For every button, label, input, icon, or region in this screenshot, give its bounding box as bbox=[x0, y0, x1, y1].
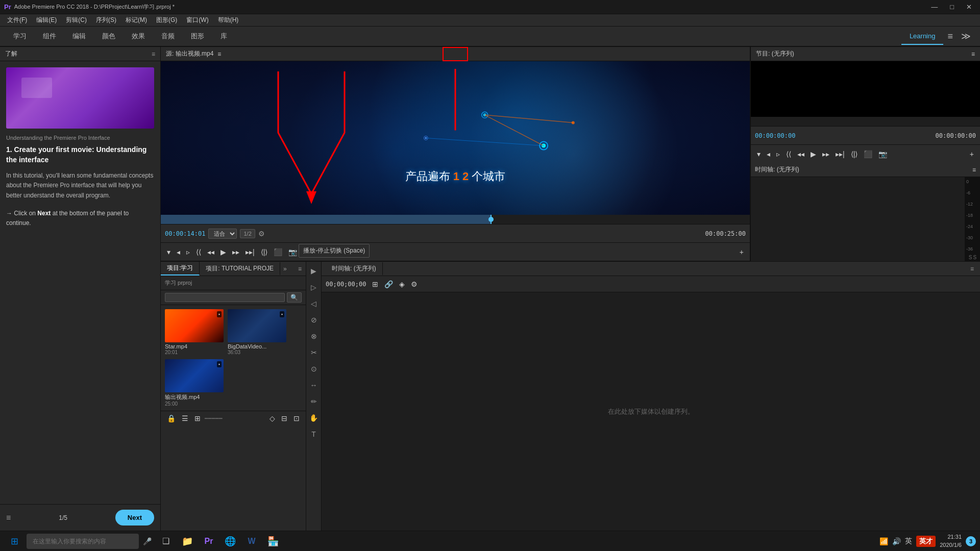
tool-razor[interactable]: ✂ bbox=[307, 345, 321, 360]
program-play-button[interactable]: ▶ bbox=[808, 149, 818, 159]
source-export-frame[interactable]: 📷 bbox=[286, 247, 299, 257]
source-mark-out[interactable]: ◂ bbox=[175, 247, 182, 257]
tool-rolling[interactable]: ⊘ bbox=[307, 313, 321, 327]
tool-type[interactable]: T bbox=[307, 427, 321, 441]
tool-slip[interactable]: ⊙ bbox=[307, 362, 321, 376]
nav-graphics[interactable]: 图形 bbox=[183, 28, 212, 45]
tool-select[interactable]: ▶ bbox=[307, 264, 321, 278]
program-go-out[interactable]: ▸▸| bbox=[834, 149, 847, 159]
source-go-out[interactable]: ▸▸| bbox=[243, 247, 257, 257]
project-automate[interactable]: ◇ bbox=[267, 413, 277, 423]
timeline-snap[interactable]: ⊞ bbox=[370, 279, 380, 289]
taskbar-search-input[interactable] bbox=[27, 534, 139, 549]
source-fit-select[interactable]: 适合 bbox=[208, 229, 237, 239]
taskbar-explorer[interactable]: 📁 bbox=[177, 532, 198, 550]
program-extract[interactable]: ⬛ bbox=[862, 149, 874, 159]
tool-pen[interactable]: ✏ bbox=[307, 394, 321, 409]
program-mark-clip[interactable]: ▹ bbox=[774, 149, 782, 159]
taskbar-language-icon[interactable]: 英 bbox=[905, 537, 912, 546]
microphone-icon[interactable]: 🎤 bbox=[143, 537, 152, 545]
source-go-in[interactable]: ⟨⟨ bbox=[194, 247, 203, 257]
source-step-forward[interactable]: ▸▸ bbox=[230, 247, 241, 257]
nav-extend-icon[interactable]: ≫ bbox=[957, 29, 975, 44]
menu-help[interactable]: 帮助(H) bbox=[214, 15, 243, 26]
project-tab-tutorial[interactable]: 项目: TUTORIAL PROJE bbox=[200, 262, 280, 275]
source-ratio[interactable]: 1/2 bbox=[240, 229, 255, 238]
timeline-linked[interactable]: 🔗 bbox=[382, 279, 395, 289]
project-tab-learn[interactable]: 项目:学习 bbox=[161, 262, 200, 276]
menu-file[interactable]: 文件(F) bbox=[3, 15, 31, 26]
program-mark-out[interactable]: ◂ bbox=[765, 149, 772, 159]
nav-library[interactable]: 库 bbox=[212, 28, 235, 45]
program-timeline-menu[interactable]: ≡ bbox=[972, 166, 976, 173]
close-button[interactable]: ✕ bbox=[962, 2, 976, 12]
source-settings-icon[interactable]: ⚙ bbox=[258, 230, 265, 238]
source-mark-clip[interactable]: ▹ bbox=[184, 247, 192, 257]
program-monitor-menu[interactable]: ≡ bbox=[971, 51, 975, 58]
program-export-frame[interactable]: 📷 bbox=[876, 149, 889, 159]
program-mark-in[interactable]: ▾ bbox=[755, 149, 763, 159]
program-timeline-scrubber[interactable] bbox=[751, 117, 980, 126]
timeline-settings[interactable]: ⚙ bbox=[409, 279, 420, 289]
notification-badge[interactable]: 3 bbox=[966, 536, 976, 546]
project-lock-btn[interactable]: 🔒 bbox=[165, 413, 178, 423]
tool-rate-stretch[interactable]: ⊗ bbox=[307, 329, 321, 343]
nav-effects[interactable]: 效果 bbox=[124, 28, 153, 45]
taskbar-premiere[interactable]: Pr bbox=[199, 532, 219, 550]
program-add[interactable]: + bbox=[968, 149, 976, 159]
next-button[interactable]: Next bbox=[115, 510, 154, 525]
menu-window[interactable]: 窗口(W) bbox=[182, 15, 212, 26]
project-list-view[interactable]: ☰ bbox=[180, 413, 190, 423]
project-search-button[interactable]: 🔍 bbox=[287, 292, 302, 303]
project-extend-icon[interactable]: » bbox=[280, 263, 290, 274]
nav-color[interactable]: 颜色 bbox=[94, 28, 124, 45]
tool-slide[interactable]: ↔ bbox=[307, 378, 321, 392]
tool-ripple[interactable]: ◁ bbox=[307, 296, 321, 311]
taskbar-word[interactable]: W bbox=[241, 532, 262, 550]
program-go-in[interactable]: ⟨⟨ bbox=[784, 149, 793, 159]
project-find[interactable]: ⊟ bbox=[279, 413, 289, 423]
timeline-menu-icon[interactable]: ≡ bbox=[968, 263, 976, 274]
program-lift[interactable]: ⟨|⟩ bbox=[849, 149, 860, 159]
source-timeline-scrubber[interactable] bbox=[161, 215, 750, 224]
project-item-output[interactable]: ▪ 输出视频.mp4 25:00 bbox=[165, 359, 224, 407]
taskbar-task-view[interactable]: ❑ bbox=[156, 532, 176, 550]
project-grid-view[interactable]: ⊞ bbox=[192, 413, 203, 423]
nav-learning-active[interactable]: Learning bbox=[901, 28, 944, 45]
nav-components[interactable]: 组件 bbox=[35, 28, 64, 45]
source-mark-in[interactable]: ▾ bbox=[165, 247, 173, 257]
project-menu-icon[interactable]: ≡ bbox=[294, 263, 306, 274]
minimize-button[interactable]: — bbox=[927, 2, 942, 12]
tool-hand[interactable]: ✋ bbox=[307, 411, 321, 425]
source-play-button[interactable]: ▶ bbox=[218, 247, 228, 257]
program-step-back[interactable]: ◂◂ bbox=[795, 149, 806, 159]
footer-menu-icon[interactable]: ≡ bbox=[6, 513, 11, 522]
nav-learn[interactable]: 学习 bbox=[5, 28, 35, 45]
learn-panel-menu-icon[interactable]: ≡ bbox=[152, 51, 155, 58]
nav-edit[interactable]: 编辑 bbox=[64, 28, 94, 45]
menu-graphics[interactable]: 图形(G) bbox=[152, 15, 181, 26]
project-item-star[interactable]: ▪ Star.mp4 20:01 bbox=[165, 309, 224, 355]
source-step-back[interactable]: ◂◂ bbox=[205, 247, 216, 257]
menu-sequence[interactable]: 序列(S) bbox=[92, 15, 120, 26]
taskbar-chrome[interactable]: 🌐 bbox=[220, 532, 240, 550]
timeline-tab-main[interactable]: 时间轴: (无序列) bbox=[326, 262, 383, 275]
project-item-bigdata[interactable]: ▪ BigDataVideo... 36:03 bbox=[228, 309, 286, 355]
source-insert[interactable]: ⟨|⟩ bbox=[259, 247, 270, 257]
taskbar-store[interactable]: 🏪 bbox=[263, 532, 283, 550]
nav-more-icon[interactable]: ≡ bbox=[943, 29, 957, 44]
project-search-input[interactable] bbox=[165, 293, 285, 302]
taskbar-volume-icon[interactable]: 🔊 bbox=[892, 537, 901, 545]
taskbar-start-button[interactable]: ⊞ bbox=[4, 532, 24, 550]
program-step-forward[interactable]: ▸▸ bbox=[820, 149, 831, 159]
taskbar-network-icon[interactable]: 📶 bbox=[879, 537, 888, 545]
project-new-bin[interactable]: ⊡ bbox=[291, 413, 302, 423]
menu-clip[interactable]: 剪辑(C) bbox=[62, 15, 91, 26]
source-monitor-menu[interactable]: ≡ bbox=[217, 51, 221, 58]
menu-marker[interactable]: 标记(M) bbox=[121, 15, 151, 26]
source-add[interactable]: + bbox=[738, 247, 746, 257]
source-overwrite[interactable]: ⬛ bbox=[272, 247, 284, 257]
tool-track-select[interactable]: ▷ bbox=[307, 280, 321, 294]
yingcai-icon[interactable]: 英才 bbox=[916, 536, 936, 547]
maximize-button[interactable]: □ bbox=[946, 2, 958, 12]
